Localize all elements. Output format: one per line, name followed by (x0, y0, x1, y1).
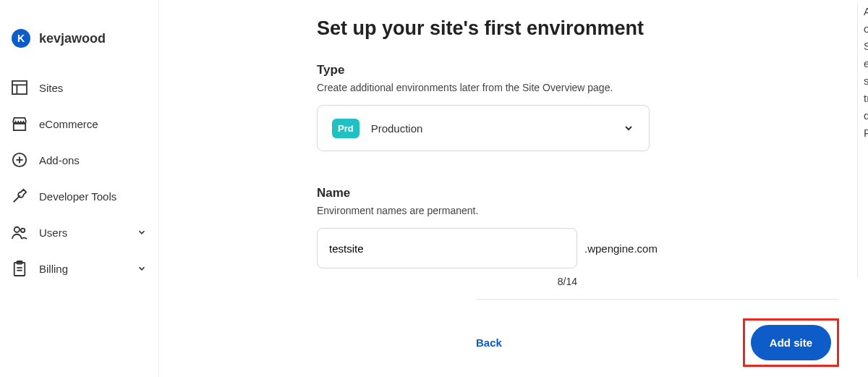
domain-suffix: .wpengine.com (584, 242, 658, 255)
sidebar-item-label: Add-ons (39, 154, 80, 166)
sidebar-item-label: eCommerce (39, 118, 98, 130)
account-name: kevjawood (39, 31, 106, 46)
add-site-button[interactable]: Add site (751, 325, 831, 360)
account-header: K kevjawood (0, 29, 158, 69)
sidebar-item-devtools[interactable]: Developer Tools (0, 178, 158, 214)
users-icon (12, 224, 27, 240)
name-hint: Environment names are permanent. (317, 205, 686, 216)
account-logo: K (12, 29, 30, 48)
sidebar-item-sites[interactable]: Sites (0, 69, 158, 106)
name-char-counter: 8/14 (317, 268, 577, 287)
chevron-down-icon (137, 263, 147, 274)
sidebar-item-label: Developer Tools (39, 190, 116, 203)
environment-name-input[interactable] (317, 228, 577, 268)
sidebar-item-label: Billing (39, 263, 68, 275)
environment-type-value: Production (371, 122, 423, 135)
svg-point-8 (21, 229, 25, 232)
name-label: Name (317, 186, 686, 200)
svg-rect-3 (14, 124, 25, 130)
sidebar-item-billing[interactable]: Billing (0, 250, 158, 287)
sidebar-item-addons[interactable]: Add-ons (0, 142, 158, 178)
type-label: Type (317, 63, 686, 77)
chevron-down-icon (623, 122, 634, 134)
environment-type-select[interactable]: Prd Production (317, 105, 650, 151)
store-icon (12, 116, 27, 132)
sidebar-item-label: Sites (39, 82, 63, 94)
main-content: Set up your site's first environment Typ… (159, 0, 868, 377)
chevron-down-icon (137, 227, 147, 237)
svg-point-7 (14, 227, 20, 232)
wrench-icon (12, 188, 27, 204)
plus-circle-icon (12, 152, 27, 168)
page-title: Set up your site's first environment (317, 17, 686, 40)
form-footer: Back Add site (476, 299, 839, 367)
clipboard-icon (12, 260, 27, 276)
sidebar: K kevjawood Sites eCommerce (0, 0, 159, 377)
add-site-highlight: Add site (743, 318, 839, 367)
sidebar-item-ecommerce[interactable]: eCommerce (0, 106, 158, 142)
environment-type-badge: Prd (332, 119, 359, 138)
sidebar-item-users[interactable]: Users (0, 214, 158, 250)
sidebar-item-label: Users (39, 226, 67, 239)
layout-icon (12, 80, 27, 96)
back-button[interactable]: Back (476, 336, 502, 349)
help-panel: A Site is a group of one, two, or three … (857, 3, 868, 278)
svg-rect-0 (12, 81, 27, 94)
help-text: A Site is a group of one, two, or three … (864, 3, 868, 142)
type-hint: Create additional environments later fro… (317, 82, 686, 93)
